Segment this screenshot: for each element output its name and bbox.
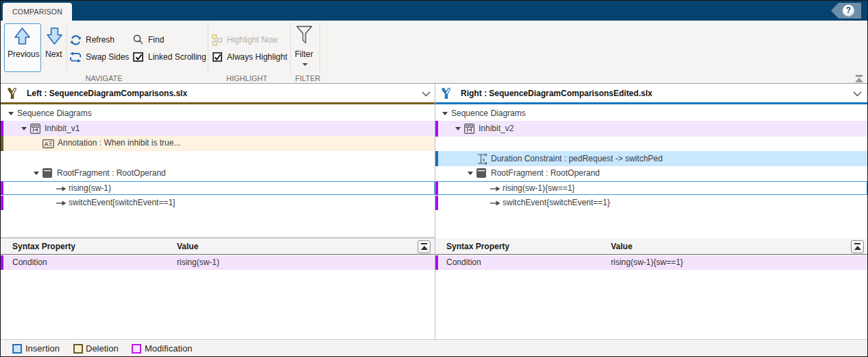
- svg-text:A: A: [45, 140, 49, 147]
